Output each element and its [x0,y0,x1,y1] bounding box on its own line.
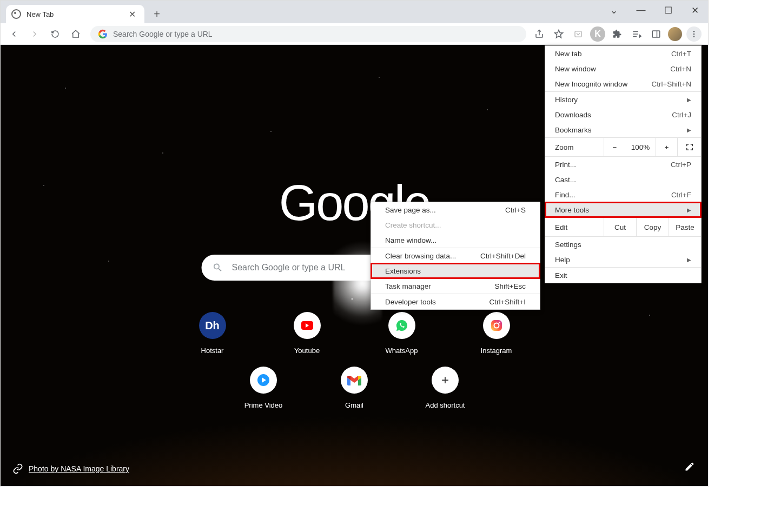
search-placeholder: Search Google or type a URL [232,263,346,272]
tab-title: New Tab [27,10,125,18]
customize-button[interactable] [684,461,695,474]
svg-point-3 [693,31,695,32]
close-tab-button[interactable]: ✕ [125,8,139,21]
svg-rect-0 [575,31,581,37]
playlist-icon[interactable] [629,26,644,42]
menu-new-window[interactable]: New windowCtrl+N [545,61,701,76]
shortcuts-grid: DhHotstar Youtube WhatsApp Instagram Pri… [165,300,544,409]
edit-copy-button[interactable]: Copy [636,218,669,236]
share-icon[interactable] [532,26,547,42]
add-shortcut-button[interactable]: +Add shortcut [413,367,478,409]
submenu-name-window[interactable]: Name window... [371,232,540,248]
menu-exit[interactable]: Exit [545,268,701,283]
menu-zoom-row: Zoom − 100% + [545,137,701,157]
shortcut-youtube[interactable]: Youtube [275,312,340,355]
google-g-icon [98,29,108,39]
submenu-extensions[interactable]: Extensions [371,263,540,278]
svg-point-4 [693,33,695,35]
new-tab-button[interactable]: + [149,6,165,22]
toolbar: Search Google or type a URL K [1,23,708,45]
edit-paste-button[interactable]: Paste [669,218,701,236]
more-tools-submenu: Save page as...Ctrl+S Create shortcut...… [371,202,540,310]
hotstar-icon: Dh [199,312,226,339]
menu-more-tools[interactable]: More tools▶ [545,202,701,217]
profile-avatar[interactable] [668,27,682,41]
chevron-right-icon: ▶ [687,127,691,133]
extension-pocket-icon[interactable] [571,26,586,42]
plus-icon: + [432,367,459,394]
browser-window: ⌄ — ☐ ✕ New Tab ✕ + Search Google or typ… [0,0,709,487]
chevron-right-icon: ▶ [687,97,691,103]
shortcut-whatsapp[interactable]: WhatsApp [369,312,434,355]
shortcut-prime-video[interactable]: Prime Video [231,367,296,409]
whatsapp-icon [388,312,415,339]
back-button[interactable] [5,25,23,43]
address-bar[interactable]: Search Google or type a URL [90,26,526,42]
svg-rect-6 [491,320,502,331]
background-credit: Photo by NASA Image Library [12,463,129,474]
sidepanel-icon[interactable] [649,26,664,42]
edit-cut-button[interactable]: Cut [604,218,636,236]
dropdown-caret-icon[interactable]: ⌄ [604,3,624,18]
menu-new-tab[interactable]: New tabCtrl+T [545,46,701,61]
menu-find[interactable]: Find...Ctrl+F [545,187,701,202]
submenu-dev-tools[interactable]: Developer toolsCtrl+Shift+I [371,294,540,309]
submenu-clear-data[interactable]: Clear browsing data...Ctrl+Shift+Del [371,248,540,263]
tab-favicon [11,9,21,19]
submenu-create-shortcut: Create shortcut... [371,217,540,232]
home-button[interactable] [67,25,85,43]
close-window-button[interactable]: ✕ [685,3,705,18]
shortcut-gmail[interactable]: Gmail [322,367,387,409]
instagram-icon [483,312,510,339]
svg-rect-1 [652,31,660,37]
extensions-puzzle-icon[interactable] [610,26,625,42]
menu-edit-row: Edit Cut Copy Paste [545,217,701,237]
menu-settings[interactable]: Settings [545,237,701,252]
shortcut-hotstar[interactable]: DhHotstar [180,312,245,355]
zoom-value: 100% [625,143,656,151]
shortcut-instagram[interactable]: Instagram [464,312,529,355]
menu-help[interactable]: Help▶ [545,252,701,267]
menu-incognito[interactable]: New Incognito windowCtrl+Shift+N [545,76,701,91]
bookmark-star-icon[interactable] [551,26,566,42]
gmail-icon [341,367,368,394]
forward-button[interactable] [25,25,44,43]
chrome-main-menu: New tabCtrl+T New windowCtrl+N New Incog… [545,45,702,283]
browser-tab[interactable]: New Tab ✕ [6,5,144,23]
submenu-save-page[interactable]: Save page as...Ctrl+S [371,202,540,217]
youtube-icon [294,312,321,339]
submenu-task-manager[interactable]: Task managerShift+Esc [371,278,540,294]
chrome-menu-button[interactable] [686,26,702,42]
tab-strip: New Tab ✕ + [1,1,708,23]
credit-link[interactable]: Photo by NASA Image Library [29,464,129,473]
menu-print[interactable]: Print...Ctrl+P [545,157,701,172]
address-placeholder: Search Google or type a URL [113,30,213,38]
window-controls: ⌄ — ☐ ✕ [604,3,705,18]
prime-video-icon [250,367,277,394]
maximize-button[interactable]: ☐ [658,3,678,18]
menu-downloads[interactable]: DownloadsCtrl+J [545,107,701,122]
link-icon [12,463,23,474]
zoom-in-button[interactable]: + [656,138,677,156]
menu-cast[interactable]: Cast... [545,172,701,187]
menu-bookmarks[interactable]: Bookmarks▶ [545,122,701,137]
svg-point-5 [693,36,695,37]
svg-point-8 [499,322,500,323]
extension-k-icon[interactable]: K [590,26,605,42]
menu-history[interactable]: History▶ [545,92,701,107]
chevron-right-icon: ▶ [687,257,691,263]
chevron-right-icon: ▶ [687,207,691,213]
reload-button[interactable] [46,25,64,43]
minimize-button[interactable]: — [631,3,651,18]
zoom-out-button[interactable]: − [604,138,625,156]
fullscreen-button[interactable] [677,138,701,156]
search-icon [213,262,223,273]
